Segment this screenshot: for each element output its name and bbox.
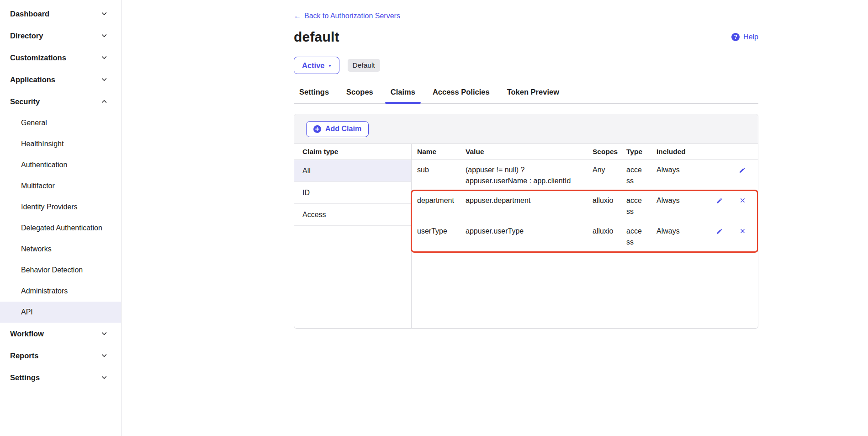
claim-value-cell: appuser.userType [460,221,587,240]
close-icon [740,228,746,234]
column-header-name: Name [412,148,460,156]
sidebar-item-behavior-detection[interactable]: Behavior Detection [0,260,121,281]
edit-claim-button[interactable] [716,197,723,204]
help-label: Help [743,33,758,41]
claim-scopes-cell: alluxio [587,221,621,240]
sidebar-section-label: Customizations [10,53,66,62]
back-link-label: Back to Authorization Servers [304,12,400,20]
claim-type-header: Claim type [294,144,411,160]
title-row: default ? Help [294,29,758,45]
delete-claim-button[interactable] [740,228,746,234]
main-area: ← Back to Authorization Servers default … [122,0,868,436]
app-root: DashboardDirectoryCustomizationsApplicat… [0,0,868,436]
claims-toolbar: Add Claim [294,114,758,144]
add-claim-label: Add Claim [325,125,361,133]
sidebar-item-api[interactable]: API [0,302,121,323]
status-row: Active ▾ Default [294,57,758,74]
claim-type-value: access [626,195,645,217]
claims-panel-body: Claim type AllIDAccess NameValueScopesTy… [294,144,758,328]
sidebar-item-networks[interactable]: Networks [0,239,121,260]
sidebar-section-dashboard[interactable]: Dashboard [0,3,121,25]
sidebar-item-label: General [21,119,47,127]
sidebar-item-label: Multifactor [21,182,55,190]
sidebar-item-label: Behavior Detection [21,266,83,274]
back-link[interactable]: ← Back to Authorization Servers [294,12,400,20]
chevron-up-icon [101,98,107,105]
claim-scopes-cell: alluxio [587,191,621,210]
claim-value-cell: appuser.department [460,191,587,210]
tab-scopes[interactable]: Scopes [341,88,379,103]
claim-type-item-all[interactable]: All [294,160,411,182]
claim-row-department: departmentappuser.departmentalluxioacces… [412,191,758,221]
annotation-highlight: departmentappuser.departmentalluxioacces… [412,191,758,252]
content: ← Back to Authorization Servers default … [294,0,758,329]
chevron-down-icon [101,11,107,17]
pencil-icon [716,197,723,204]
sidebar-item-healthinsight[interactable]: HealthInsight [0,133,121,154]
help-link[interactable]: ? Help [731,33,758,41]
claim-included-cell: Always [651,191,686,210]
claim-row-usertype: userTypeappuser.userTypealluxioaccessAlw… [412,221,758,252]
sidebar-section-workflow[interactable]: Workflow [0,323,121,345]
status-label: Active [302,61,325,70]
sidebar-section-security[interactable]: Security [0,90,121,112]
tab-settings[interactable]: Settings [294,88,334,103]
sidebar-item-administrators[interactable]: Administrators [0,281,121,302]
sidebar-item-label: HealthInsight [21,140,64,148]
add-claim-button[interactable]: Add Claim [306,121,369,137]
sidebar-item-multifactor[interactable]: Multifactor [0,175,121,197]
tab-claims[interactable]: Claims [385,88,421,103]
sidebar-item-identity-providers[interactable]: Identity Providers [0,197,121,218]
sidebar-item-label: Identity Providers [21,203,78,211]
claim-included-cell: Always [651,160,686,179]
claim-type-cell: access [621,191,651,221]
column-header-actions [686,149,758,155]
help-icon: ? [731,33,740,41]
claim-type-value: access [626,226,645,248]
sidebar-item-label: Administrators [21,287,68,295]
sidebar-item-label: Networks [21,245,52,253]
sidebar-section-settings[interactable]: Settings [0,367,121,388]
sidebar-section-label: Workflow [10,330,44,338]
claims-table: NameValueScopesTypeIncludedsub(appuser !… [412,144,758,328]
claims-table-header: NameValueScopesTypeIncluded [412,144,758,160]
column-header-value: Value [460,148,587,156]
chevron-down-icon [101,54,107,61]
chevron-down-icon [101,330,107,337]
tab-token-preview[interactable]: Token Preview [502,88,565,103]
sidebar-section-label: Directory [10,32,43,40]
claim-type-cell: access [621,221,651,251]
default-badge: Default [348,59,380,72]
column-header-scopes: Scopes [587,148,621,156]
edit-claim-button[interactable] [739,167,746,174]
pencil-icon [716,228,723,235]
edit-claim-button[interactable] [716,228,723,235]
chevron-down-icon [101,76,107,83]
sidebar-section-label: Applications [10,75,55,84]
sidebar-item-delegated-authentication[interactable]: Delegated Authentication [0,218,121,239]
claim-name-cell: department [412,191,460,210]
sidebar-section-reports[interactable]: Reports [0,345,121,367]
tab-access-policies[interactable]: Access Policies [427,88,495,103]
sidebar-section-applications[interactable]: Applications [0,69,121,90]
claim-type-item-access[interactable]: Access [294,204,411,226]
claim-scopes-cell: Any [587,160,621,179]
close-icon [740,197,746,203]
sidebar-item-label: Authentication [21,161,67,169]
sidebar-item-general[interactable]: General [0,112,121,133]
sidebar-section-directory[interactable]: Directory [0,25,121,47]
claims-panel: Add Claim Claim type AllIDAccess NameVal… [294,114,758,329]
sidebar-item-authentication[interactable]: Authentication [0,154,121,175]
pencil-icon [739,167,746,174]
plus-circle-icon [313,125,321,133]
sidebar-section-customizations[interactable]: Customizations [0,47,121,69]
sidebar-section-label: Security [10,97,40,106]
delete-claim-button[interactable] [740,197,746,203]
status-dropdown-button[interactable]: Active ▾ [294,57,339,74]
sidebar-item-label: API [21,308,33,316]
tab-bar: SettingsScopesClaimsAccess PoliciesToken… [294,88,758,104]
sidebar-section-label: Settings [10,373,40,382]
claim-type-column: Claim type AllIDAccess [294,144,412,328]
claim-type-item-id[interactable]: ID [294,182,411,204]
claim-type-cell: access [621,160,651,190]
